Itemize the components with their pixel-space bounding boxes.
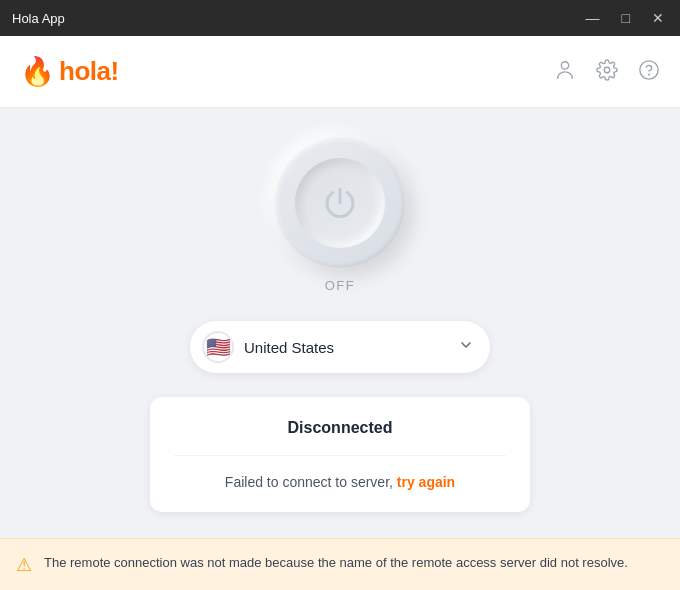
power-label: OFF — [325, 278, 356, 293]
warning-text: The remote connection was not made becau… — [44, 553, 628, 573]
status-title: Disconnected — [174, 419, 506, 437]
minimize-button[interactable]: — — [582, 9, 604, 27]
status-message-text: Failed to connect to server, — [225, 474, 393, 490]
country-name: United States — [244, 339, 334, 356]
main-content: OFF 🇺🇸 United States Disconnected Failed… — [0, 108, 680, 590]
country-left: 🇺🇸 United States — [202, 331, 334, 363]
try-again-link[interactable]: try again — [397, 474, 455, 490]
help-icon[interactable] — [638, 59, 660, 84]
logo-flame-icon: 🔥 — [20, 58, 55, 86]
title-bar: Hola App — □ ✕ — [0, 0, 680, 36]
power-button-inner — [295, 158, 385, 248]
warning-banner: ⚠ The remote connection was not made bec… — [0, 538, 680, 590]
title-bar-title: Hola App — [12, 11, 65, 26]
svg-point-1 — [604, 67, 610, 73]
svg-point-2 — [640, 61, 658, 79]
close-button[interactable]: ✕ — [648, 9, 668, 27]
power-button[interactable] — [275, 138, 405, 268]
app-title-label: Hola App — [12, 11, 65, 26]
user-icon[interactable] — [554, 59, 576, 84]
logo: 🔥 hola! — [20, 56, 119, 87]
country-selector[interactable]: 🇺🇸 United States — [190, 321, 490, 373]
svg-point-3 — [649, 74, 650, 75]
status-message: Failed to connect to server, try again — [174, 474, 506, 490]
maximize-button[interactable]: □ — [618, 9, 634, 27]
title-bar-controls: — □ ✕ — [582, 9, 668, 27]
settings-icon[interactable] — [596, 59, 618, 84]
warning-icon: ⚠ — [16, 554, 32, 576]
app-header: 🔥 hola! — [0, 36, 680, 108]
country-flag: 🇺🇸 — [202, 331, 234, 363]
header-icons — [554, 59, 660, 84]
logo-text: hola! — [59, 56, 119, 87]
power-icon — [320, 183, 360, 223]
chevron-down-icon — [458, 337, 474, 357]
status-card: Disconnected Failed to connect to server… — [150, 397, 530, 512]
power-container: OFF — [275, 138, 405, 293]
svg-point-0 — [561, 62, 568, 69]
status-divider — [174, 455, 506, 456]
